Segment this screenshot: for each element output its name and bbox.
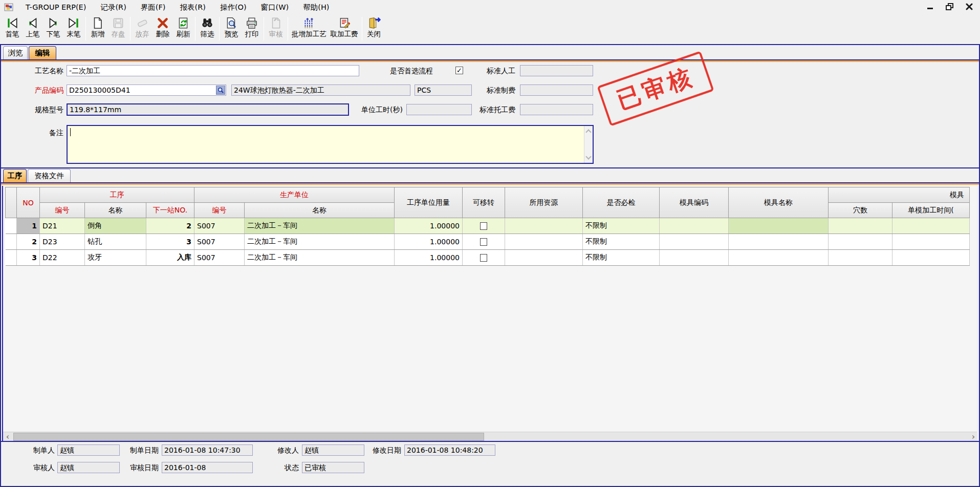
header-cavity[interactable]: 穴数 bbox=[829, 203, 892, 218]
last-record-button[interactable]: 末笔 bbox=[63, 15, 84, 43]
table-row[interactable]: 3 D22 攻牙 入库 S007 二次加工－车间 1.00000 不限制 bbox=[6, 250, 970, 266]
create-date-label: 制单日期 bbox=[103, 444, 159, 456]
menu-operation[interactable]: 操作(O) bbox=[213, 1, 254, 14]
save-button[interactable]: 存盘 bbox=[108, 15, 128, 43]
printer-icon bbox=[245, 16, 259, 30]
prev-record-button[interactable]: 上笔 bbox=[23, 15, 43, 43]
std-mfg-fee-input[interactable] bbox=[520, 84, 593, 96]
new-button[interactable]: 新增 bbox=[88, 15, 108, 43]
preferred-flow-label: 是否首选流程 bbox=[390, 65, 452, 76]
scroll-up-icon[interactable] bbox=[585, 129, 591, 135]
menu-report[interactable]: 报表(R) bbox=[172, 1, 212, 14]
scrollbar-thumb[interactable] bbox=[13, 433, 484, 441]
header-process-name[interactable]: 名称 bbox=[85, 203, 146, 218]
process-name-input[interactable]: -二次加工 bbox=[67, 65, 359, 76]
exit-door-icon bbox=[367, 16, 381, 30]
remark-textarea[interactable] bbox=[67, 125, 594, 164]
batch-add-icon bbox=[302, 16, 316, 30]
app-icon bbox=[4, 3, 13, 11]
subtab-qualification-docs[interactable]: 资格文件 bbox=[28, 169, 71, 182]
scroll-left-icon[interactable]: ‹ bbox=[3, 432, 12, 441]
product-code-label: 产品编码 bbox=[1, 84, 63, 96]
header-mold-code[interactable]: 模具编码 bbox=[660, 187, 729, 218]
movable-checkbox[interactable] bbox=[480, 238, 487, 246]
header-group-process: 工序 bbox=[40, 187, 194, 203]
refresh-button[interactable]: 刷新 bbox=[173, 15, 193, 43]
magnifier-icon bbox=[217, 87, 224, 94]
product-code-input[interactable]: D250130005D41 bbox=[67, 84, 226, 96]
table-row[interactable]: 2 D23 钻孔 3 S007 二次加工－车间 1.00000 不限制 bbox=[6, 234, 970, 250]
movable-checkbox[interactable] bbox=[480, 254, 487, 262]
tab-browse[interactable]: 浏览 bbox=[3, 46, 28, 59]
header-no[interactable]: NO bbox=[17, 187, 40, 218]
next-record-button[interactable]: 下笔 bbox=[43, 15, 63, 43]
std-outsource-fee-input[interactable] bbox=[520, 104, 593, 115]
audit-date-label: 审核日期 bbox=[103, 462, 159, 473]
preview-button[interactable]: 预览 bbox=[221, 15, 242, 43]
header-process-code[interactable]: 编号 bbox=[40, 203, 85, 218]
subtab-process[interactable]: 工序 bbox=[3, 169, 27, 182]
audit-button[interactable]: 审核 bbox=[266, 15, 286, 43]
new-document-icon bbox=[91, 16, 105, 30]
close-icon[interactable] bbox=[964, 2, 975, 12]
remark-label: 备注 bbox=[1, 127, 63, 138]
menu-window[interactable]: 窗口(W) bbox=[254, 1, 296, 14]
get-process-fee-button[interactable]: 取加工费 bbox=[329, 15, 360, 43]
toolbar-separator bbox=[195, 17, 195, 40]
modify-date-field: 2016-01-08 10:48:20 bbox=[404, 444, 495, 456]
tab-edit[interactable]: 编辑 bbox=[29, 46, 56, 59]
table-row[interactable]: 1 D21 倒角 2 S007 二次加工－车间 1.00000 不限制 bbox=[6, 218, 970, 234]
header-resource[interactable]: 所用资源 bbox=[505, 187, 583, 218]
modifier-label: 修改人 bbox=[257, 444, 299, 456]
minimize-icon[interactable] bbox=[925, 2, 936, 12]
header-next-no[interactable]: 下一站NO. bbox=[146, 203, 194, 218]
modify-date-label: 修改日期 bbox=[346, 444, 401, 456]
delete-x-icon bbox=[156, 16, 170, 30]
toolbar-separator bbox=[362, 17, 362, 40]
product-lookup-button[interactable] bbox=[216, 86, 225, 95]
menu-app[interactable]: T-GROUP ERP(E) bbox=[18, 2, 93, 13]
process-table: NO 工序 生产单位 工序单位用量 可移转 所用资源 是否必检 模具编码 模具名… bbox=[5, 187, 970, 266]
creator-label: 制单人 bbox=[1, 444, 55, 456]
process-grid: NO 工序 生产单位 工序单位用量 可移转 所用资源 是否必检 模具编码 模具名… bbox=[2, 186, 977, 441]
delete-button[interactable]: 删除 bbox=[153, 15, 173, 43]
header-unit-name[interactable]: 名称 bbox=[245, 203, 395, 218]
header-row-indicator bbox=[6, 187, 17, 218]
next-record-icon bbox=[47, 16, 60, 30]
header-mold-name[interactable]: 模具名称 bbox=[729, 187, 829, 218]
movable-checkbox[interactable] bbox=[480, 222, 487, 230]
print-button[interactable]: 打印 bbox=[242, 15, 262, 43]
scroll-down-icon[interactable] bbox=[585, 154, 591, 159]
menu-bar: T-GROUP ERP(E) 记录(R) 界面(F) 报表(R) 操作(O) 窗… bbox=[0, 0, 980, 14]
unit-hours-label: 单位工时(秒) bbox=[339, 104, 403, 115]
menu-interface[interactable]: 界面(F) bbox=[134, 1, 173, 14]
header-usage[interactable]: 工序单位用量 bbox=[395, 187, 463, 218]
std-mfg-fee-label: 标准制费 bbox=[451, 84, 515, 96]
std-outsource-fee-label: 标准托工费 bbox=[451, 104, 515, 115]
first-record-button[interactable]: 首笔 bbox=[2, 15, 23, 43]
header-unit-code[interactable]: 编号 bbox=[194, 203, 245, 218]
spec-input[interactable]: 119.8*117mm bbox=[67, 103, 349, 116]
menu-help[interactable]: 帮助(H) bbox=[296, 1, 336, 14]
menu-record[interactable]: 记录(R) bbox=[93, 1, 133, 14]
discard-button[interactable]: 放弃 bbox=[132, 15, 153, 43]
header-must-check[interactable]: 是否必检 bbox=[583, 187, 660, 218]
audit-doc-icon bbox=[269, 16, 283, 30]
filter-button[interactable]: 筛选 bbox=[197, 15, 217, 43]
remark-scrollbar[interactable] bbox=[584, 126, 593, 163]
scroll-right-icon[interactable]: › bbox=[969, 432, 977, 441]
header-movable[interactable]: 可移转 bbox=[463, 187, 505, 218]
restore-icon[interactable] bbox=[944, 2, 955, 12]
toolbar-separator bbox=[219, 17, 220, 40]
subtab-accent-line bbox=[1, 183, 979, 185]
horizontal-scrollbar[interactable]: ‹ › bbox=[3, 432, 977, 441]
fee-doc-icon bbox=[337, 16, 351, 30]
form-bottom-border bbox=[1, 167, 979, 168]
auditor-label: 审核人 bbox=[1, 462, 55, 473]
print-preview-icon bbox=[225, 16, 238, 30]
close-window-button[interactable]: 关闭 bbox=[364, 15, 384, 43]
std-labor-input[interactable] bbox=[520, 65, 593, 76]
header-mold-time[interactable]: 单模加工时间( bbox=[892, 203, 970, 218]
batch-add-process-button[interactable]: 批增加工艺 bbox=[290, 15, 329, 43]
edit-page: 浏览 编辑 工艺名称 -二次加工 是否首选流程 ✓ 标准人工 产品编码 D250… bbox=[0, 44, 980, 487]
